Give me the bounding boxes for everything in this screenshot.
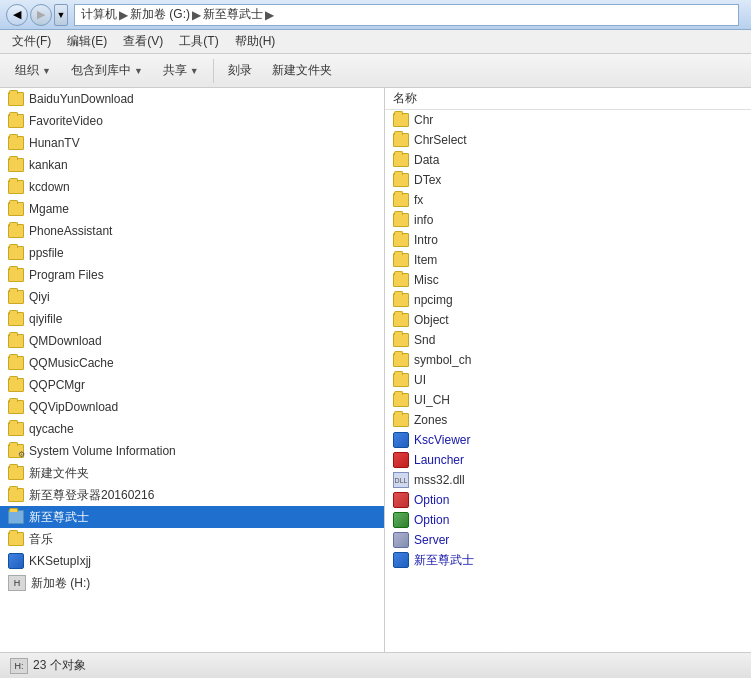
menu-help[interactable]: 帮助(H) — [227, 31, 284, 53]
folder-icon — [8, 334, 24, 348]
toolbar-organize[interactable]: 组织 ▼ — [6, 57, 60, 85]
list-item[interactable]: ppsfile — [0, 242, 384, 264]
list-item[interactable]: HunanTV — [0, 132, 384, 154]
list-item[interactable]: System Volume Information — [0, 440, 384, 462]
list-item[interactable]: 新至尊登录器20160216 — [0, 484, 384, 506]
list-item[interactable]: FavoriteVideo — [0, 110, 384, 132]
list-item-drive[interactable]: H 新加卷 (H:) — [0, 572, 384, 594]
list-item[interactable]: QMDownload — [0, 330, 384, 352]
address-part1: 计算机 — [81, 6, 117, 23]
list-item[interactable]: QQMusicCache — [0, 352, 384, 374]
list-item[interactable]: Option — [385, 490, 751, 510]
option1-icon — [393, 492, 409, 508]
dll-icon: DLL — [393, 472, 409, 488]
share-arrow-icon: ▼ — [190, 66, 199, 76]
address-sep3: ▶ — [265, 8, 274, 22]
list-item[interactable]: Object — [385, 310, 751, 330]
back-button[interactable]: ◀ — [6, 4, 28, 26]
list-item[interactable]: npcimg — [385, 290, 751, 310]
exe-blue-icon — [393, 432, 409, 448]
folder-icon — [393, 373, 409, 387]
toolbar-new-folder[interactable]: 新建文件夹 — [263, 57, 341, 85]
list-item[interactable]: QQVipDownload — [0, 396, 384, 418]
folder-icon — [393, 293, 409, 307]
menu-tools[interactable]: 工具(T) — [171, 31, 226, 53]
library-arrow-icon: ▼ — [134, 66, 143, 76]
list-item[interactable]: UI_CH — [385, 390, 751, 410]
folder-icon — [393, 213, 409, 227]
address-bar[interactable]: 计算机 ▶ 新加卷 (G:) ▶ 新至尊武士 ▶ — [74, 4, 739, 26]
folder-icon — [8, 224, 24, 238]
status-bar: H: 23 个对象 — [0, 652, 751, 678]
menu-edit[interactable]: 编辑(E) — [59, 31, 115, 53]
folder-icon — [393, 413, 409, 427]
folder-icon — [8, 356, 24, 370]
list-item[interactable]: UI — [385, 370, 751, 390]
list-item[interactable]: DLL mss32.dll — [385, 470, 751, 490]
menu-view[interactable]: 查看(V) — [115, 31, 171, 53]
folder-icon — [393, 253, 409, 267]
list-item[interactable]: KKSetupIxjj — [0, 550, 384, 572]
forward-button[interactable]: ▶ — [30, 4, 52, 26]
organize-arrow-icon: ▼ — [42, 66, 51, 76]
list-item-selected[interactable]: 新至尊武士 — [0, 506, 384, 528]
folder-icon — [393, 273, 409, 287]
list-item[interactable]: ChrSelect — [385, 130, 751, 150]
option2-icon — [393, 512, 409, 528]
right-panel-header: 名称 — [385, 88, 751, 110]
list-item[interactable]: 音乐 — [0, 528, 384, 550]
list-item[interactable]: Zones — [385, 410, 751, 430]
list-item[interactable]: Program Files — [0, 264, 384, 286]
address-part2: 新加卷 (G:) — [130, 6, 190, 23]
folder-icon — [393, 333, 409, 347]
list-item[interactable]: QQPCMgr — [0, 374, 384, 396]
menu-bar: 文件(F) 编辑(E) 查看(V) 工具(T) 帮助(H) — [0, 30, 751, 54]
list-item[interactable]: Launcher — [385, 450, 751, 470]
folder-icon — [393, 313, 409, 327]
list-item[interactable]: Chr — [385, 110, 751, 130]
list-item[interactable]: KscViewer — [385, 430, 751, 450]
sys-folder-icon — [8, 444, 24, 458]
right-panel[interactable]: 名称 Chr ChrSelect Data DTex fx info — [385, 88, 751, 652]
list-item[interactable]: Qiyi — [0, 286, 384, 308]
folder-icon — [393, 133, 409, 147]
menu-file[interactable]: 文件(F) — [4, 31, 59, 53]
list-item[interactable]: PhoneAssistant — [0, 220, 384, 242]
folder-icon — [8, 268, 24, 282]
list-item[interactable]: Option — [385, 510, 751, 530]
folder-icon — [8, 532, 24, 546]
status-text: 23 个对象 — [33, 657, 86, 674]
list-item[interactable]: Intro — [385, 230, 751, 250]
status-drive-icon: H: — [10, 658, 28, 674]
folder-icon — [8, 158, 24, 172]
left-panel[interactable]: BaiduYunDownload FavoriteVideo HunanTV k… — [0, 88, 385, 652]
list-item[interactable]: Misc — [385, 270, 751, 290]
list-item[interactable]: BaiduYunDownload — [0, 88, 384, 110]
list-item[interactable]: 新建文件夹 — [0, 462, 384, 484]
folder-icon — [393, 233, 409, 247]
list-item[interactable]: symbol_ch — [385, 350, 751, 370]
address-part3: 新至尊武士 — [203, 6, 263, 23]
list-item[interactable]: 新至尊武士 — [385, 550, 751, 570]
list-item[interactable]: info — [385, 210, 751, 230]
nav-dropdown-button[interactable]: ▼ — [54, 4, 68, 26]
toolbar-include-library[interactable]: 包含到库中 ▼ — [62, 57, 152, 85]
list-item[interactable]: Data — [385, 150, 751, 170]
list-item[interactable]: Item — [385, 250, 751, 270]
list-item[interactable]: Mgame — [0, 198, 384, 220]
toolbar-burn[interactable]: 刻录 — [219, 57, 261, 85]
list-item[interactable]: kcdown — [0, 176, 384, 198]
main-area: BaiduYunDownload FavoriteVideo HunanTV k… — [0, 88, 751, 652]
folder-icon — [8, 400, 24, 414]
toolbar-share[interactable]: 共享 ▼ — [154, 57, 208, 85]
list-item[interactable]: fx — [385, 190, 751, 210]
game-exe-icon — [393, 552, 409, 568]
drive-icon: H — [8, 575, 26, 591]
list-item[interactable]: kankan — [0, 154, 384, 176]
list-item[interactable]: qycache — [0, 418, 384, 440]
list-item[interactable]: qiyifile — [0, 308, 384, 330]
list-item[interactable]: Snd — [385, 330, 751, 350]
exe-icon — [8, 553, 24, 569]
list-item[interactable]: Server — [385, 530, 751, 550]
list-item[interactable]: DTex — [385, 170, 751, 190]
